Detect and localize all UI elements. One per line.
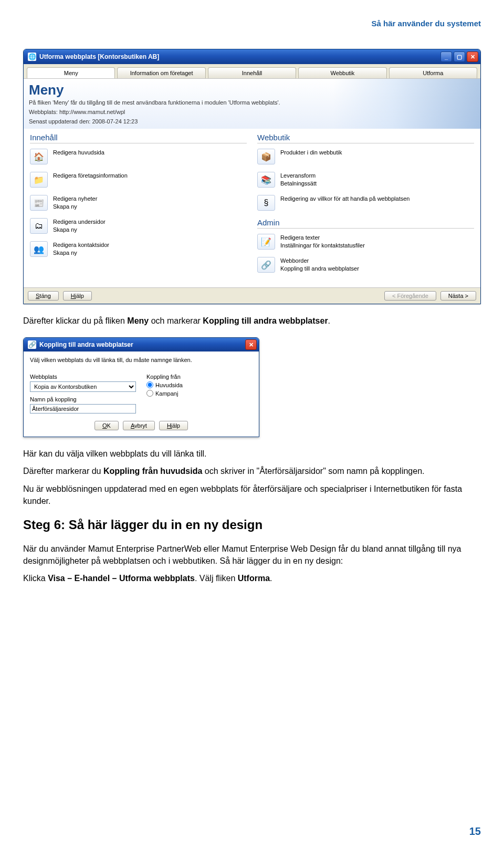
close-label: täng [39, 293, 50, 299]
tab-meny[interactable]: Meny [27, 67, 115, 78]
column-innehall: Innehåll 🏠Redigera huvudsida 📁Redigera f… [30, 133, 247, 280]
namn-input[interactable] [30, 404, 136, 413]
news-icon: 📰 [30, 195, 48, 211]
menu-label: Koppling till andra webbplatser [280, 265, 359, 273]
colhead-innehall: Innehåll [30, 133, 247, 143]
window-utforma-webbplats: 🌐 Utforma webbplats [Kontorsbutiken AB] … [23, 49, 481, 304]
menu-label: Produkter i din webbutik [280, 149, 342, 157]
step-heading: Steg 6: Så här lägger du in en ny design [23, 518, 481, 532]
menu-label: Redigera nyheter [53, 195, 97, 203]
menu-label: Webborder [280, 257, 359, 265]
webbplats-label: Webbplats [30, 374, 136, 380]
menu-label: Redigera undersidor [53, 218, 106, 226]
next-button[interactable]: Nästa > [440, 291, 476, 301]
para4: Nu är webblösningen uppdaterad med en eg… [23, 483, 481, 507]
cancel-button[interactable]: Avbryt [123, 421, 155, 430]
tab-bar: Meny Information om företaget Innehåll W… [24, 64, 480, 78]
window-title: Utforma webbplats [Kontorsbutiken AB] [39, 53, 440, 60]
header-decoration [333, 79, 480, 129]
page-number: 15 [469, 825, 481, 837]
menu-item[interactable]: 🔗WebborderKoppling till andra webbplatse… [257, 257, 474, 273]
menu-item[interactable]: §Redigering av villkor för att handla på… [257, 195, 474, 211]
radio-huvudsida[interactable]: Huvudsida [146, 381, 253, 388]
para3: Därefter markerar du Koppling från huvud… [23, 465, 481, 477]
dialog-titlebar: 🔗 Koppling till andra webbplatser ✕ [24, 338, 259, 351]
radio-kampanj-input[interactable] [146, 390, 153, 397]
menu-item[interactable]: 🏠Redigera huvudsida [30, 149, 247, 164]
tab-info[interactable]: Information om företaget [117, 67, 205, 78]
menu-label: Redigera huvudsida [53, 149, 104, 157]
webbplats-select[interactable]: Kopia av Kontorsbutiken [30, 381, 136, 392]
namn-label: Namn på koppling [30, 396, 136, 402]
para2: Här kan du välja vilken webbplats du vil… [23, 448, 481, 460]
shipping-icon: 📚 [257, 172, 275, 188]
tab-webbutik[interactable]: Webbutik [298, 67, 386, 78]
menu-item[interactable]: 🗂Redigera undersidorSkapa ny [30, 218, 247, 234]
para5: När du använder Mamut Enterprise Partner… [23, 543, 481, 567]
colhead-admin: Admin [257, 218, 474, 229]
menu-label: Skapa ny [53, 203, 97, 211]
instruction-paragraph-1: Därefter klickar du på fliken Meny och m… [23, 315, 481, 327]
dialog-koppling: 🔗 Koppling till andra webbplatser ✕ Välj… [23, 337, 259, 437]
menu-label: Skapa ny [53, 249, 109, 257]
window-content: Innehåll 🏠Redigera huvudsida 📁Redigera f… [24, 129, 480, 287]
window-footer: Stäng Hjälp < Föregående Nästa > [24, 287, 480, 304]
menu-label: Redigera texter [280, 234, 365, 242]
tab-utforma[interactable]: Utforma [389, 67, 477, 78]
menu-label: Redigera företagsinformation [53, 172, 128, 180]
close-button[interactable]: ✕ [467, 51, 478, 62]
menu-label: Skapa ny [53, 226, 106, 234]
folder-icon: 📁 [30, 172, 48, 188]
menu-item[interactable]: 📚LeveransformBetalningssätt [257, 172, 474, 188]
link-icon: 🔗 [257, 257, 275, 273]
ok-button[interactable]: OK [94, 421, 119, 430]
menu-label: Leveransform [280, 172, 317, 180]
menu-label: Inställningar för kontaktstatusfiler [280, 242, 365, 250]
page-header: Meny På fliken 'Meny' får du tillgång ti… [24, 78, 480, 129]
menu-item[interactable]: 📰Redigera nyheterSkapa ny [30, 195, 247, 211]
koppling-label: Koppling från [146, 374, 253, 380]
terms-icon: § [257, 195, 275, 211]
section-header: Så här använder du systemet [23, 19, 481, 28]
menu-item[interactable]: 👥Redigera kontaktsidorSkapa ny [30, 241, 247, 257]
menu-item[interactable]: 📦Produkter i din webbutik [257, 149, 474, 164]
menu-label: Redigera kontaktsidor [53, 241, 109, 249]
dialog-close-button[interactable]: ✕ [245, 339, 257, 350]
dialog-title: Koppling till andra webbplatser [39, 341, 245, 348]
menu-item[interactable]: 📁Redigera företagsinformation [30, 172, 247, 188]
menu-label: Betalningssätt [280, 180, 317, 188]
help-button[interactable]: Hjälp [159, 421, 188, 430]
text-icon: 📝 [257, 234, 275, 250]
home-icon: 🏠 [30, 149, 48, 164]
column-webbutik-admin: Webbutik 📦Produkter i din webbutik 📚Leve… [257, 133, 474, 280]
pages-icon: 🗂 [30, 218, 48, 234]
close-button[interactable]: Stäng [28, 291, 59, 301]
help-label: jälp [75, 293, 84, 299]
dialog-icon: 🔗 [28, 340, 36, 349]
minimize-button[interactable]: _ [440, 51, 452, 62]
maximize-button[interactable]: ▢ [454, 51, 465, 62]
dialog-content: Välj vilken webbplats du vill länka till… [24, 351, 259, 437]
menu-item[interactable]: 📝Redigera texterInställningar för kontak… [257, 234, 474, 250]
help-button[interactable]: Hjälp [63, 291, 92, 301]
menu-label: Redigering av villkor för att handla på … [280, 195, 410, 203]
titlebar: 🌐 Utforma webbplats [Kontorsbutiken AB] … [24, 49, 480, 64]
app-icon: 🌐 [28, 53, 36, 61]
tab-innehall[interactable]: Innehåll [208, 67, 296, 78]
colhead-webbutik: Webbutik [257, 133, 474, 143]
dialog-instruction: Välj vilken webbplats du vill länka till… [30, 357, 253, 363]
radio-kampanj[interactable]: Kampanj [146, 390, 253, 397]
contact-icon: 👥 [30, 241, 48, 257]
products-icon: 📦 [257, 149, 275, 164]
radio-huvudsida-input[interactable] [146, 381, 153, 388]
para6: Klicka Visa – E-handel – Utforma webbpla… [23, 572, 481, 584]
prev-button[interactable]: < Föregående [384, 291, 436, 301]
